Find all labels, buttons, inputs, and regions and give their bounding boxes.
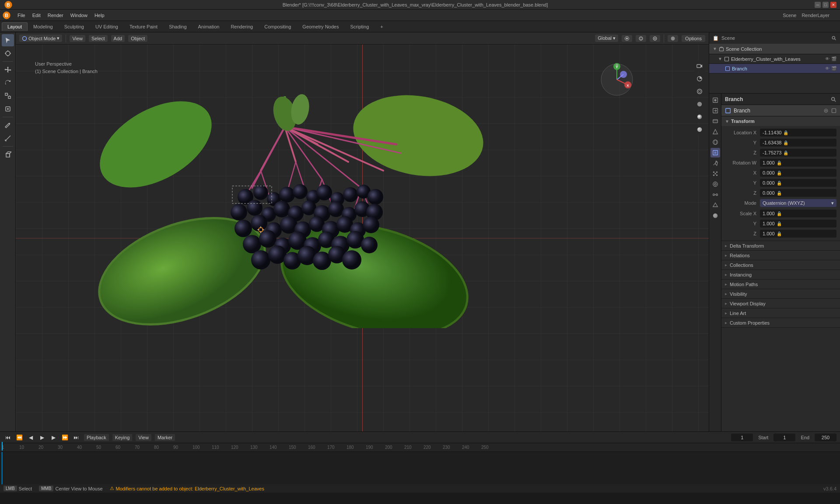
tool-cursor[interactable] [2,47,14,60]
props-icon-world[interactable] [710,137,720,147]
tool-scale[interactable] [2,90,14,102]
motion-paths-header[interactable]: ▸ Motion Paths [721,280,840,289]
custom-properties-header[interactable]: ▸ Custom Properties [721,318,840,328]
start-frame-input[interactable] [774,434,795,441]
viewport-shading[interactable] [668,35,678,42]
scale-x-lock[interactable]: 🔒 [777,211,782,216]
vp-icon-camera[interactable] [694,60,705,72]
menu-render[interactable]: Render [44,12,67,19]
location-x-input[interactable]: -1.11430 🔒 [760,129,836,136]
props-icon-physics[interactable] [710,179,720,189]
props-icon-particles[interactable] [710,169,720,178]
object-render-icon[interactable] [831,108,836,113]
play-jump-end[interactable]: ⏭ [72,433,80,442]
scale-z-input[interactable]: 1.000 🔒 [760,230,836,238]
location-x-lock[interactable]: 🔒 [783,130,788,135]
props-icon-material[interactable] [710,211,720,220]
playback-menu[interactable]: Playback [84,434,109,441]
tool-annotate[interactable] [2,119,14,131]
branch-1-render[interactable]: 🎬 [831,66,836,71]
play-jump-start[interactable]: ⏮ [4,433,12,442]
rotation-w-lock[interactable]: 🔒 [777,161,782,165]
viewport-display-header[interactable]: ▸ Viewport Display [721,299,840,308]
maximize-button[interactable]: □ [822,2,829,8]
tool-measure[interactable] [2,132,14,144]
current-frame-input[interactable] [731,434,753,441]
tab-scripting[interactable]: Scripting [344,22,374,31]
props-icon-modifier[interactable] [710,158,720,168]
proportional-edit[interactable] [650,35,660,42]
props-search-icon[interactable] [830,96,836,102]
branch-1-visibility[interactable]: 👁 [825,66,830,71]
menu-file[interactable]: File [14,12,29,19]
tool-move[interactable] [2,63,14,76]
marker-menu[interactable]: Marker [155,434,175,441]
add-menu[interactable]: Add [111,35,125,42]
rotation-x-lock[interactable]: 🔒 [777,171,782,175]
play-next-keyframe[interactable]: ▶ [49,433,58,442]
rotation-x-input[interactable]: 0.000 🔒 [760,169,836,177]
instancing-header[interactable]: ▸ Instancing [721,270,840,280]
rotation-y-input[interactable]: 0.000 🔒 [760,179,836,187]
timeline-body[interactable] [0,452,840,484]
location-y-lock[interactable]: 🔒 [783,140,788,145]
menu-edit[interactable]: Edit [29,12,44,19]
object-hide-icon[interactable] [823,108,829,113]
scale-y-input[interactable]: 1.000 🔒 [760,220,836,228]
vp-icon-shading-material[interactable] [694,111,705,122]
select-menu[interactable]: Select [89,35,108,42]
minimize-button[interactable]: ─ [815,2,821,8]
tool-select[interactable] [2,34,14,46]
play-prev-keyframe[interactable]: ◀ [26,433,35,442]
play-prev-frame[interactable]: ⏪ [15,433,24,442]
collections-header[interactable]: ▸ Collections [721,260,840,270]
tab-texture-paint[interactable]: Texture Paint [124,22,163,31]
elderberry-render[interactable]: 🎬 [831,56,836,61]
location-z-input[interactable]: -1.75273 🔒 [760,149,836,157]
tab-animation[interactable]: Animation [192,22,225,31]
location-y-input[interactable]: -1.63438 🔒 [760,139,836,147]
vp-icon-render-preview[interactable] [694,73,705,84]
props-icon-object[interactable] [710,148,720,158]
line-art-header[interactable]: ▸ Line Art [721,308,840,318]
tool-rotate[interactable] [2,77,14,89]
scale-z-lock[interactable]: 🔒 [777,231,782,236]
object-menu[interactable]: Object [128,35,147,42]
branch-row-1[interactable]: Branch 👁 🎬 [709,64,840,74]
blender-menu-logo[interactable]: B [2,10,11,20]
tool-transform[interactable] [2,103,14,115]
snap-toggle[interactable] [636,35,646,42]
transform-header[interactable]: ▼ Transform [721,116,840,126]
relations-header[interactable]: ▸ Relations [721,251,840,260]
viewport[interactable]: Object Mode ▾ View Select Add Object Glo… [16,32,709,431]
scale-x-input[interactable]: 1.000 🔒 [760,210,836,217]
delta-transform-header[interactable]: ▸ Delta Transform [721,241,840,251]
props-icon-render[interactable] [710,95,720,105]
play-next-frame[interactable]: ⏩ [60,433,69,442]
pivot-point[interactable] [622,35,632,42]
keying-menu[interactable]: Keying [112,434,133,441]
vp-icon-xray[interactable] [694,86,705,97]
view-menu[interactable]: View [70,35,85,42]
props-icon-view[interactable] [710,116,720,126]
elderberry-visibility[interactable]: 👁 [825,56,830,61]
tab-geometry-nodes[interactable]: Geometry Nodes [297,22,344,31]
rotation-w-input[interactable]: 1.000 🔒 [760,159,836,167]
scale-y-lock[interactable]: 🔒 [777,221,782,226]
rotation-mode-dropdown[interactable]: Quaternion (WXYZ) ▾ [760,199,836,207]
window-controls[interactable]: ─ □ ✕ [815,2,836,8]
rotation-z-lock[interactable]: 🔒 [777,191,782,196]
vp-icon-shading-solid[interactable] [694,98,705,110]
tab-layout[interactable]: Layout [2,22,28,31]
close-button[interactable]: ✕ [830,2,836,8]
location-z-lock[interactable]: 🔒 [783,150,788,155]
mode-dropdown[interactable]: Object Mode ▾ [19,35,62,42]
tab-compositing[interactable]: Compositing [259,22,297,31]
search-icon[interactable] [831,35,836,41]
scene-collection-row[interactable]: ▼ Scene Collection [709,44,840,54]
vp-icon-shading-rendered[interactable] [694,124,705,135]
end-frame-input[interactable] [815,434,836,441]
tool-add-cube[interactable] [2,148,14,161]
options-button[interactable]: Options [682,35,705,42]
navigation-gizmo[interactable]: Y X [599,62,634,97]
